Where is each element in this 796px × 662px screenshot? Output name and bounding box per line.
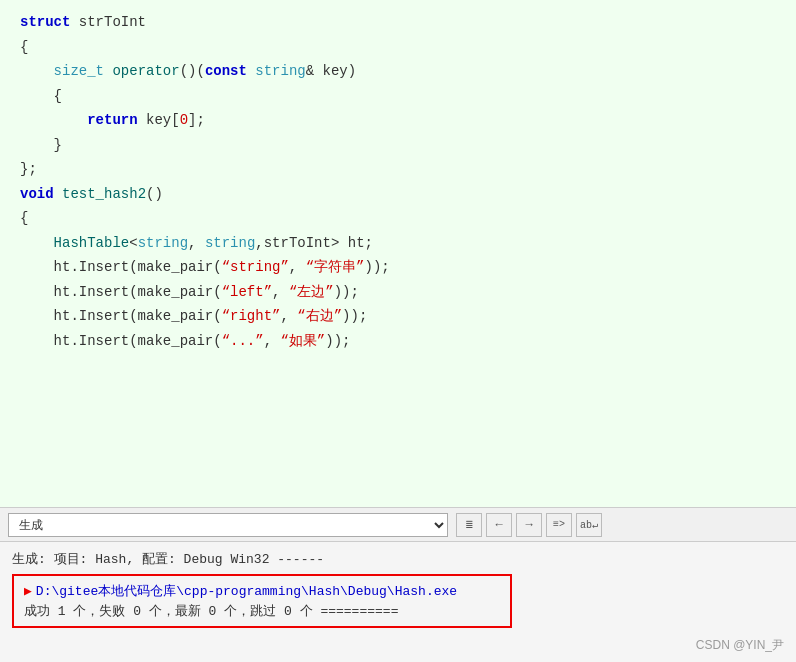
code-line: {: [20, 35, 776, 60]
output-header: 生成: 项目: Hash, 配置: Debug Win32 ------: [12, 550, 784, 568]
code-line: {: [20, 206, 776, 231]
code-line: ht.Insert(make_pair(“right”, “右边”));: [20, 304, 776, 329]
build-dropdown[interactable]: 生成: [8, 513, 448, 537]
bottom-panel: 生成 ≣ ← → ≡> ab↵ 生成: 项目: Hash, 配置: Debug …: [0, 507, 796, 662]
toolbar-icon-left[interactable]: ←: [486, 513, 512, 537]
toolbar-icon-right[interactable]: →: [516, 513, 542, 537]
output-arrow: ▶: [24, 583, 32, 599]
toolbar-icon-indent[interactable]: ≡>: [546, 513, 572, 537]
toolbar-icons: ≣ ← → ≡> ab↵: [456, 513, 602, 537]
code-line: ht.Insert(make_pair(“...”, “如果”));: [20, 329, 776, 354]
toolbar-icon-wrap[interactable]: ab↵: [576, 513, 602, 537]
toolbar-row: 生成 ≣ ← → ≡> ab↵: [0, 508, 796, 542]
code-line: ht.Insert(make_pair(“left”, “左边”));: [20, 280, 776, 305]
code-line: return key[0];: [20, 108, 776, 133]
output-area: 生成: 项目: Hash, 配置: Debug Win32 ------ ▶ D…: [0, 542, 796, 662]
code-line: struct strToInt: [20, 10, 776, 35]
output-path: D:\gitee本地代码仓库\cpp-programming\Hash\Debu…: [36, 582, 457, 600]
code-line: {: [20, 84, 776, 109]
code-area: struct strToInt{ size_t operator()(const…: [0, 0, 796, 507]
code-line: size_t operator()(const string& key): [20, 59, 776, 84]
code-line: void test_hash2(): [20, 182, 776, 207]
toolbar-icon-align[interactable]: ≣: [456, 513, 482, 537]
code-line: HashTable<string, string,strToInt> ht;: [20, 231, 776, 256]
code-line: ht.Insert(make_pair(“string”, “字符串”));: [20, 255, 776, 280]
output-line1: ▶ D:\gitee本地代码仓库\cpp-programming\Hash\De…: [24, 582, 500, 600]
output-box: ▶ D:\gitee本地代码仓库\cpp-programming\Hash\De…: [12, 574, 512, 628]
code-line: }: [20, 133, 776, 158]
code-line: };: [20, 157, 776, 182]
output-line2: 成功 1 个，失败 0 个，最新 0 个，跳过 0 个 ==========: [24, 602, 500, 620]
watermark: CSDN @YIN_尹: [696, 637, 784, 654]
